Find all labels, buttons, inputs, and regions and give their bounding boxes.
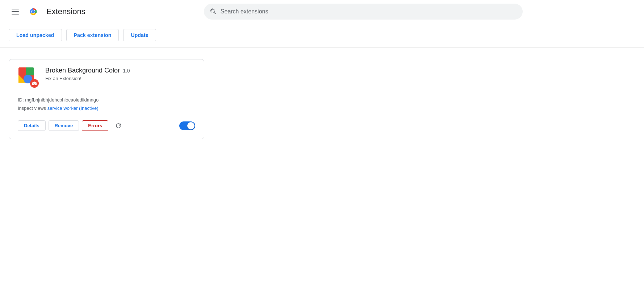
extension-card: Broken Background Color 1.0 Fix an Exten… — [9, 59, 204, 139]
remove-button[interactable]: Remove — [49, 120, 79, 131]
toggle-container — [179, 121, 195, 130]
header-left: Extensions — [9, 6, 85, 17]
main-content: Broken Background Color 1.0 Fix an Exten… — [0, 47, 644, 151]
pack-extension-button[interactable]: Pack extension — [66, 29, 119, 41]
service-worker-link[interactable]: service worker (Inactive) — [47, 105, 99, 111]
reload-button[interactable] — [113, 120, 124, 132]
svg-point-5 — [32, 10, 35, 13]
update-button[interactable]: Update — [123, 29, 156, 41]
details-button[interactable]: Details — [18, 120, 46, 131]
errors-button[interactable]: Errors — [82, 120, 108, 131]
toggle-track — [179, 121, 195, 130]
card-info: Broken Background Color 1.0 Fix an Exten… — [45, 67, 195, 81]
card-details: ID: mgfbhjnibhjdehcphiocaoiediidmngo Ins… — [18, 96, 195, 113]
toolbar: Load unpacked Pack extension Update — [0, 23, 644, 47]
extension-icon — [18, 67, 39, 88]
extension-name: Broken Background Color — [45, 67, 120, 74]
extension-inspect: Inspect views service worker (Inactive) — [18, 104, 195, 112]
svg-rect-14 — [34, 82, 35, 82]
svg-point-13 — [34, 83, 35, 84]
ext-name-row: Broken Background Color 1.0 — [45, 67, 195, 74]
card-footer: Details Remove Errors — [18, 120, 195, 132]
reload-icon — [115, 122, 122, 129]
inspect-label: Inspect views — [18, 105, 46, 111]
toggle-thumb — [187, 122, 195, 129]
svg-rect-7 — [26, 67, 34, 75]
page-title: Extensions — [46, 7, 85, 16]
extension-description: Fix an Extension! — [45, 76, 195, 81]
extension-version: 1.0 — [123, 68, 130, 74]
load-unpacked-button[interactable]: Load unpacked — [9, 29, 62, 41]
enable-toggle[interactable] — [179, 121, 195, 130]
search-input[interactable] — [221, 8, 517, 15]
card-header: Broken Background Color 1.0 Fix an Exten… — [18, 67, 195, 88]
chrome-logo-icon — [28, 6, 39, 17]
search-icon — [210, 8, 217, 15]
app-header: Extensions — [0, 0, 644, 23]
extension-id: ID: mgfbhjnibhjdehcphiocaoiediidmngo — [18, 96, 195, 104]
hamburger-menu-icon[interactable] — [9, 6, 22, 17]
search-bar — [204, 4, 523, 20]
